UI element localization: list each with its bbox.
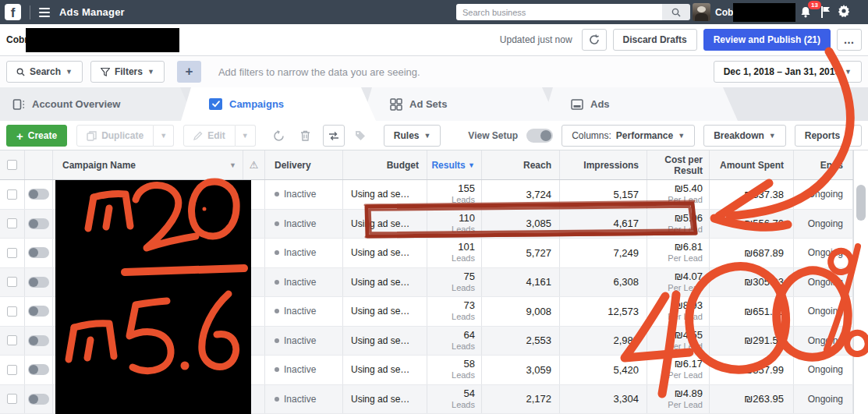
header-impressions[interactable]: Impressions	[560, 150, 647, 179]
tab-ad-sets[interactable]: Ad Sets	[362, 87, 557, 121]
campaign-active-toggle[interactable]	[28, 189, 49, 200]
create-campaign-button[interactable]: + Create	[6, 125, 67, 147]
more-options-button[interactable]: …	[837, 29, 862, 51]
campaign-active-toggle[interactable]	[28, 306, 49, 317]
header-amount-spent[interactable]: Amount Spent	[710, 150, 794, 179]
ends-cell: Ongoing	[794, 239, 853, 267]
row-checkbox[interactable]	[7, 248, 17, 258]
trash-icon	[300, 130, 310, 141]
cost-per-result-cell: ₪6.17Per Lead	[647, 356, 710, 384]
amount-spent-cell: ₪263.95	[710, 385, 794, 414]
breakdown-button[interactable]: Breakdown▼	[703, 125, 786, 147]
filters-button[interactable]: Filters▼	[90, 61, 165, 83]
campaign-active-toggle[interactable]	[28, 335, 49, 346]
duplicate-button[interactable]: Duplicate	[76, 125, 154, 147]
reports-button[interactable]: Reports▼	[795, 125, 862, 147]
ends-cell: Ongoing	[794, 268, 853, 297]
history-button[interactable]	[268, 125, 290, 147]
header-results[interactable]: Results ▼	[427, 150, 482, 179]
delivery-cell: Inactive	[265, 327, 343, 356]
toggle-knob	[540, 130, 551, 141]
discard-drafts-button[interactable]: Discard Drafts	[613, 29, 697, 51]
edit-button[interactable]: Edit	[183, 125, 236, 147]
rules-button[interactable]: Rules▼	[384, 125, 441, 147]
view-setup-toggle[interactable]	[526, 129, 553, 143]
reach-cell: 3,724	[482, 180, 560, 209]
filter-placeholder-text: Add filters to narrow the data you are s…	[218, 66, 420, 78]
table-header: Campaign Name ▼ ⚠ Delivery Budget Result…	[0, 150, 853, 180]
results-cell: 64Leads	[427, 327, 482, 356]
header-ends[interactable]: Ends	[794, 150, 853, 179]
header-delivery[interactable]: Delivery	[265, 150, 343, 179]
user-avatar[interactable]	[693, 3, 710, 21]
budget-cell: Using ad se…	[343, 239, 427, 267]
date-range-picker[interactable]: Dec 1, 2018 – Jan 31, 2019▼	[714, 61, 862, 83]
campaign-active-toggle[interactable]	[28, 277, 49, 288]
ends-cell: Ongoing	[794, 385, 853, 414]
tab-ads[interactable]: Ads	[543, 87, 738, 121]
amount-spent-cell: ₪651.25	[710, 297, 794, 326]
search-submit-button[interactable]	[662, 4, 690, 20]
campaign-active-toggle[interactable]	[28, 247, 49, 258]
duplicate-dropdown-button[interactable]: ▼	[154, 125, 174, 147]
status-dot-icon	[275, 192, 279, 196]
business-search	[456, 4, 690, 20]
amount-spent-cell: ₪357.99	[710, 356, 794, 384]
row-checkbox[interactable]	[7, 277, 17, 287]
header-toggle-column	[25, 150, 53, 179]
ends-cell: Ongoing	[794, 297, 853, 326]
refresh-button[interactable]	[582, 29, 607, 51]
campaign-active-toggle[interactable]	[28, 218, 49, 229]
columns-button[interactable]: Columns: Performance ▼	[562, 125, 695, 147]
hamburger-menu-icon[interactable]	[39, 8, 50, 17]
campaign-active-toggle[interactable]	[28, 364, 49, 375]
ab-test-icon	[328, 131, 340, 141]
sort-caret-icon: ▼	[229, 161, 236, 169]
amount-spent-cell: ₪305.33	[710, 268, 794, 297]
funnel-icon	[101, 68, 110, 76]
add-filter-button[interactable]: +	[177, 61, 201, 83]
row-checkbox[interactable]	[7, 335, 17, 345]
row-checkbox[interactable]	[7, 394, 17, 404]
account-overview-icon	[12, 98, 25, 111]
header-campaign-name[interactable]: Campaign Name ▼	[53, 150, 243, 179]
row-checkbox[interactable]	[7, 306, 17, 317]
budget-cell: Using ad se…	[343, 180, 427, 209]
toggle-knob	[29, 248, 38, 257]
status-dot-icon	[275, 280, 279, 285]
settings-gear-icon[interactable]	[838, 5, 850, 20]
status-dot-icon	[275, 338, 279, 343]
copy-icon	[87, 131, 97, 141]
ads-card-icon	[571, 99, 583, 110]
header-cost-per-result[interactable]: Cost per Result	[647, 150, 710, 179]
select-all-checkbox[interactable]	[7, 160, 17, 170]
flag-icon[interactable]	[820, 6, 831, 21]
scrollbar-thumb[interactable]	[856, 185, 866, 221]
edit-dropdown-button[interactable]: ▼	[236, 125, 256, 147]
campaign-active-toggle[interactable]	[28, 394, 49, 405]
review-and-publish-button[interactable]: Review and Publish (21)	[703, 29, 831, 51]
header-budget[interactable]: Budget	[343, 150, 427, 179]
chevron-down-icon: ▼	[769, 132, 776, 140]
search-filter-button[interactable]: Search▼	[6, 61, 83, 83]
reach-cell: 5,727	[482, 239, 560, 267]
facebook-logo-icon[interactable]: f	[5, 4, 21, 20]
toggle-knob	[29, 278, 38, 287]
row-checkbox[interactable]	[7, 218, 17, 228]
ab-test-button[interactable]	[323, 125, 345, 147]
reach-cell: 3,059	[482, 356, 560, 384]
notification-badge: 13	[808, 1, 821, 9]
tab-campaigns[interactable]: Campaigns	[181, 87, 376, 121]
delivery-cell: Inactive	[265, 385, 343, 414]
header-reach[interactable]: Reach	[482, 150, 560, 179]
delete-button[interactable]	[295, 125, 317, 147]
row-checkbox[interactable]	[7, 365, 17, 375]
search-business-input[interactable]	[456, 4, 662, 20]
header-errors[interactable]: ⚠	[243, 150, 265, 179]
tab-account-overview[interactable]: Account Overview	[0, 87, 195, 121]
chevron-down-icon: ▼	[424, 132, 431, 140]
app-title: Ads Manager	[59, 6, 125, 18]
row-checkbox[interactable]	[7, 189, 17, 200]
tag-button[interactable]	[349, 125, 371, 147]
chevron-down-icon: ▼	[147, 68, 154, 76]
